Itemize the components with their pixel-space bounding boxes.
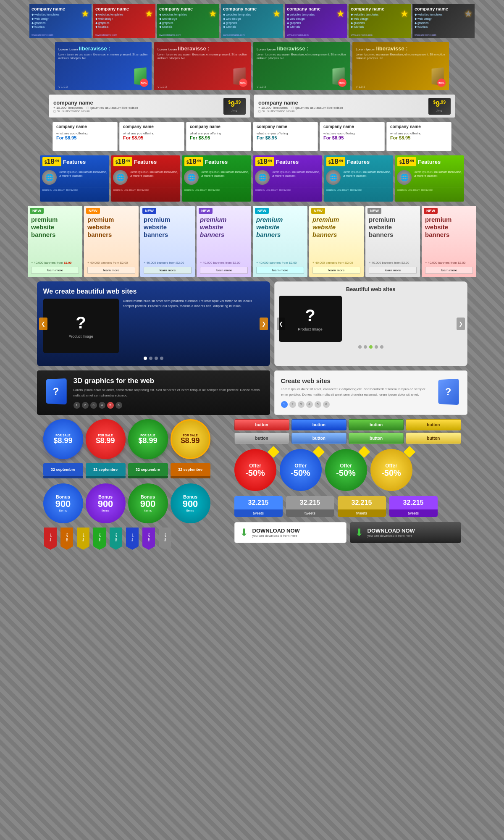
premium-banner-3[interactable]: new premiumwebsitebanners + 40.000 banne… xyxy=(140,206,195,277)
button-light-green-1[interactable]: button xyxy=(349,433,404,444)
cb-page-1[interactable]: 1 xyxy=(281,401,288,408)
bonus-badge-teal[interactable]: Bonus 900 items xyxy=(171,483,210,523)
button-green-1[interactable]: button xyxy=(349,419,404,430)
date-banner-2[interactable]: 32 septembre xyxy=(86,463,126,476)
offer-circle-blue[interactable]: Offer -50% xyxy=(280,449,322,491)
slideshow-next-button[interactable]: ❯ xyxy=(260,318,268,330)
tweet-counter-gray[interactable]: 32.215 tweets xyxy=(286,496,334,517)
offer-circle-red[interactable]: Offer -50% xyxy=(234,449,276,491)
ribbon-purple[interactable]: for you xyxy=(142,528,156,551)
offer-card-3[interactable]: company name what are you offering For $… xyxy=(186,122,251,151)
offer-card-6[interactable]: company name what are you offering For $… xyxy=(386,122,452,151)
download-button-white[interactable]: ⬇ DOWNLOAD NOW you can download it from … xyxy=(234,522,346,543)
date-banner-4[interactable]: 32 septembre xyxy=(171,463,210,476)
company-banner-2[interactable]: company name ◆ websites templates◆ web d… xyxy=(93,4,155,38)
cb-page-2[interactable]: 2 xyxy=(82,402,89,409)
pbc-learn-more-button[interactable]: learn more xyxy=(369,267,417,274)
cb-page-5[interactable]: 5 xyxy=(315,401,321,408)
button-light-blue-1[interactable]: button xyxy=(291,433,346,444)
slideshow-prev-button[interactable]: ❮ xyxy=(277,318,285,330)
ribbon-teal[interactable]: for you xyxy=(109,528,123,551)
sw-dot-1[interactable] xyxy=(358,345,362,349)
cb-page-3[interactable]: 3 xyxy=(90,402,97,409)
button-red-1[interactable]: button xyxy=(234,419,289,430)
lorem-box-1[interactable]: Lorem ipsum liberavisse : Lorem ipsum eu… xyxy=(55,42,152,90)
pbc-learn-more-button[interactable]: learn more xyxy=(31,267,79,274)
bonus-badge-blue[interactable]: Bonus 900 items xyxy=(43,483,83,523)
sw-dot-4[interactable] xyxy=(375,345,378,349)
offer-circle-gold[interactable]: Offer -50% xyxy=(370,449,412,491)
ribbon-green[interactable]: for you xyxy=(92,528,107,551)
tweet-counter-gold[interactable]: 32.215 tweets xyxy=(338,496,386,517)
premium-banner-7[interactable]: new premiumwebsitebanners + 40.000 banne… xyxy=(365,206,420,277)
pbc-learn-more-button[interactable]: learn more xyxy=(312,267,360,274)
lorem-box-3[interactable]: Lorem ipsum liberavisse : Lorem ipsum eu… xyxy=(253,42,350,90)
premium-banner-2[interactable]: new premiumwebsitebanners + 40.000 banne… xyxy=(84,206,139,277)
button-gold-1[interactable]: button xyxy=(406,419,461,430)
pbc-learn-more-button[interactable]: learn more xyxy=(425,267,473,274)
sw-dot-4[interactable] xyxy=(160,357,163,360)
price-badge-blue[interactable]: FOR SALE $8.99 xyxy=(43,419,83,459)
price-badge-red[interactable]: FOR SALE $8.99 xyxy=(86,419,126,459)
date-banner-1[interactable]: 32 septembre xyxy=(43,463,83,476)
premium-banner-5[interactable]: new premiumwebsitebanners + 40.000 banne… xyxy=(253,206,307,277)
company-banner-7[interactable]: company name ◆ websites templates◆ web d… xyxy=(412,4,475,38)
company-banner-1[interactable]: company name ◆ websites templates◆ web d… xyxy=(29,4,92,38)
sw-dot-2[interactable] xyxy=(149,357,152,360)
sw-dot-3[interactable] xyxy=(155,357,158,360)
cb-page-5[interactable]: 5 xyxy=(107,402,114,409)
ribbon-gray[interactable]: for you xyxy=(158,528,173,551)
offer-circle-green[interactable]: Offer -50% xyxy=(325,449,367,491)
cb-page-2[interactable]: 2 xyxy=(289,401,296,408)
pbc-learn-more-button[interactable]: learn more xyxy=(87,267,135,274)
company-banner-3[interactable]: company name ◆ websites templates◆ web d… xyxy=(157,4,219,38)
sw-dot-2[interactable] xyxy=(364,345,367,349)
offer-card-4[interactable]: company name what are you offering For $… xyxy=(253,122,318,151)
download-button-dark[interactable]: ⬇ DOWNLOAD NOW you can download it from … xyxy=(350,522,461,543)
slideshow-next-button[interactable]: ❯ xyxy=(457,318,465,330)
ribbon-gold[interactable]: for you xyxy=(76,528,91,551)
pbc-learn-more-button[interactable]: learn more xyxy=(200,267,248,274)
wide-banner-2[interactable]: company name + 10.000 Templates ◻ Ipsum … xyxy=(254,94,455,118)
sw-dot-1[interactable] xyxy=(144,357,147,360)
sw-dot-5[interactable] xyxy=(380,345,383,349)
cb-page-6[interactable]: 6 xyxy=(323,401,330,408)
premium-banner-8[interactable]: new premiumwebsitebanners + 40.000 banne… xyxy=(422,206,476,277)
lorem-box-4[interactable]: Lorem ipsum liberavisse : Lorem ipsum eu… xyxy=(352,42,449,90)
slideshow-prev-button[interactable]: ❮ xyxy=(39,318,47,330)
feature-card-5[interactable]: $18.99 Features 🌐 Lorem ipsum eu usu ass… xyxy=(324,155,393,202)
sw-dot-3[interactable] xyxy=(369,345,373,349)
cb-page-4[interactable]: 4 xyxy=(306,401,313,408)
button-blue-1[interactable]: button xyxy=(291,419,346,430)
tweet-counter-blue[interactable]: 32.215 tweets xyxy=(234,496,283,517)
feature-card-6[interactable]: $18.99 Features 🌐 Lorem ipsum eu usu ass… xyxy=(395,155,464,202)
company-banner-6[interactable]: company name ◆ websites templates◆ web d… xyxy=(349,4,411,38)
ribbon-red[interactable]: for you xyxy=(43,528,58,551)
feature-card-2[interactable]: $18.99 Features 🌐 Lorem ipsum eu usu ass… xyxy=(111,155,180,202)
pbc-learn-more-button[interactable]: learn more xyxy=(144,267,192,274)
tweet-counter-purple[interactable]: 32.215 tweets xyxy=(389,496,438,517)
price-badge-green[interactable]: FOR SALE $8.99 xyxy=(128,419,168,459)
cb-page-4[interactable]: 4 xyxy=(99,402,105,409)
company-banner-4[interactable]: company name ◆ websites templates◆ web d… xyxy=(221,4,283,38)
offer-card-2[interactable]: company name what are you offering For $… xyxy=(119,122,184,151)
button-gray-1[interactable]: button xyxy=(234,433,289,444)
premium-banner-1[interactable]: new premiumwebsitebanners + 40.000 banne… xyxy=(28,206,82,277)
cb-page-6[interactable]: 6 xyxy=(116,402,122,409)
ribbon-orange[interactable]: for you xyxy=(60,528,74,551)
offer-card-5[interactable]: company name what are you offering For $… xyxy=(320,122,385,151)
ribbon-blue[interactable]: for you xyxy=(125,528,140,551)
lorem-box-2[interactable]: Lorem ipsum liberavisse : Lorem ipsum eu… xyxy=(154,42,251,90)
feature-card-1[interactable]: $18.99 Features 🌐 Lorem ipsum eu usu ass… xyxy=(40,155,109,202)
price-badge-gold[interactable]: FOR SALE $8.99 xyxy=(171,419,210,459)
cb-page-3[interactable]: 3 xyxy=(298,401,304,408)
cb-page-1[interactable]: 1 xyxy=(74,402,80,409)
wide-banner-1[interactable]: company name + 10.000 Templates ◻ Ipsum … xyxy=(49,94,250,118)
company-banner-5[interactable]: company name ◆ websites templates◆ web d… xyxy=(285,4,347,38)
pbc-learn-more-button[interactable]: learn more xyxy=(256,267,304,274)
button-light-gold-1[interactable]: button xyxy=(406,433,461,444)
bonus-badge-purple[interactable]: Bonus 900 items xyxy=(86,483,126,523)
offer-card-1[interactable]: company name what are you offering For $… xyxy=(52,122,118,151)
date-banner-3[interactable]: 32 septembre xyxy=(128,463,168,476)
bonus-badge-green[interactable]: Bonus 900 items xyxy=(128,483,168,523)
